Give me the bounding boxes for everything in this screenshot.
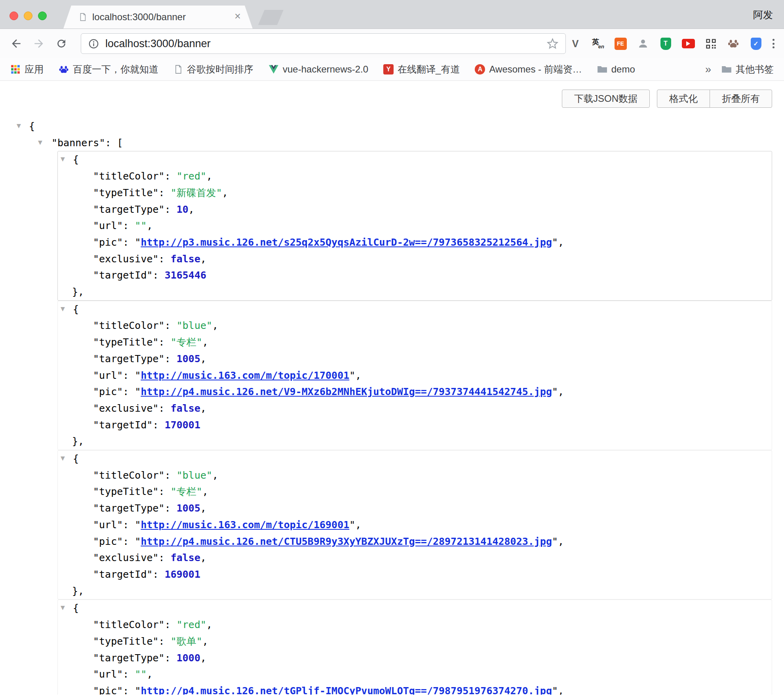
qrcode-extension-icon[interactable] bbox=[704, 37, 717, 50]
bookmark-google-sort[interactable]: 谷歌按时间排序 bbox=[173, 63, 253, 76]
forward-button[interactable] bbox=[32, 37, 46, 50]
bookmark-star-icon[interactable] bbox=[547, 38, 558, 50]
paw-icon bbox=[727, 38, 739, 50]
json-key: "titleColor" bbox=[93, 320, 165, 331]
json-line: ▼"banners": [ bbox=[0, 135, 784, 151]
json-number-value: 1005 bbox=[177, 502, 200, 514]
person-icon bbox=[637, 38, 649, 50]
translate-extension-icon[interactable]: 英 en bbox=[591, 37, 605, 50]
paw-extension-icon[interactable] bbox=[727, 37, 740, 50]
json-link[interactable]: http://music.163.com/m/topic/170001 bbox=[141, 370, 349, 381]
json-field-line: "targetType": 1000, bbox=[58, 650, 772, 666]
json-field-line: "typeTitle": "专栏", bbox=[58, 483, 772, 500]
json-key: "exclusive" bbox=[93, 253, 159, 265]
bookmark-folder-demo[interactable]: demo bbox=[597, 64, 635, 75]
youtube-play-icon bbox=[682, 39, 695, 48]
json-field-line: "targetId": 169001 bbox=[58, 566, 772, 583]
json-number-value: false bbox=[171, 403, 200, 414]
json-field-line: "url": "http://music.163.com/m/topic/170… bbox=[58, 367, 772, 384]
collapse-toggle-icon[interactable]: ▼ bbox=[61, 156, 65, 162]
json-field-line: "exclusive": false, bbox=[58, 550, 772, 566]
bookmark-baidu[interactable]: 百度一下，你就知道 bbox=[59, 63, 158, 76]
json-number-value: 1005 bbox=[177, 353, 200, 365]
json-field-line: "titleColor": "blue", bbox=[58, 467, 772, 484]
format-collapse-button-group: 格式化 折叠所有 bbox=[657, 90, 772, 108]
profile-name[interactable]: 阿发 bbox=[753, 8, 773, 21]
json-string-value: "专栏" bbox=[171, 336, 202, 348]
json-link[interactable]: http://p3.music.126.net/s25q2x5QyqsAzilC… bbox=[141, 237, 552, 248]
collapse-toggle-icon[interactable]: ▼ bbox=[38, 139, 42, 145]
json-line: ▼{ bbox=[58, 301, 772, 318]
json-key: "typeTitle" bbox=[93, 336, 159, 348]
json-key: "titleColor" bbox=[93, 170, 165, 182]
page-actions: 下载JSON数据 格式化 折叠所有 bbox=[562, 90, 772, 108]
collapse-toggle-icon[interactable]: ▼ bbox=[61, 455, 65, 461]
zoom-window-button[interactable] bbox=[38, 11, 47, 20]
json-object-box: ▼{"titleColor": "blue","typeTitle": "专栏"… bbox=[57, 301, 772, 450]
bookmark-label: 应用 bbox=[25, 63, 44, 76]
json-key: "url" bbox=[93, 668, 123, 680]
json-field-line: "titleColor": "red", bbox=[58, 617, 772, 633]
json-field-line: "pic": "http://p4.music.126.net/tGPljf-I… bbox=[58, 683, 772, 695]
address-bar[interactable]: localhost:3000/banner bbox=[81, 33, 566, 54]
back-button[interactable] bbox=[10, 37, 23, 50]
collapse-all-button[interactable]: 折叠所有 bbox=[710, 90, 772, 108]
bookmark-apps[interactable]: 应用 bbox=[10, 63, 44, 76]
json-link[interactable]: http://p4.music.126.net/tGPljf-IMOCyPvum… bbox=[141, 685, 552, 695]
youdao-icon: Y bbox=[383, 64, 394, 74]
browser-menu-button[interactable] bbox=[773, 39, 774, 48]
format-button[interactable]: 格式化 bbox=[657, 90, 710, 108]
bookmark-vue-hackernews[interactable]: vue-hackernews-2.0 bbox=[268, 64, 368, 75]
json-key: "exclusive" bbox=[93, 552, 159, 563]
close-window-button[interactable] bbox=[10, 11, 18, 20]
minimize-window-button[interactable] bbox=[24, 11, 32, 20]
folder-icon bbox=[597, 65, 607, 74]
youtube-extension-icon[interactable] bbox=[681, 37, 695, 50]
json-field-line: "url": "", bbox=[58, 666, 772, 683]
bookmarks-overflow-chevron[interactable]: » bbox=[705, 63, 711, 76]
v-extension-icon[interactable]: V bbox=[569, 37, 582, 50]
shield-check-extension-icon[interactable]: ✓ bbox=[749, 37, 763, 50]
v-letter: V bbox=[572, 38, 579, 50]
json-field-line: "titleColor": "red", bbox=[58, 168, 772, 185]
bookmark-youdao-translate[interactable]: Y 在线翻译_有道 bbox=[383, 63, 460, 76]
qrcode-icon bbox=[705, 38, 717, 50]
json-field-line: "url": "", bbox=[58, 218, 772, 234]
reload-button[interactable] bbox=[55, 37, 68, 50]
json-key: "typeTitle" bbox=[93, 636, 159, 647]
fe-extension-icon[interactable]: FE bbox=[614, 37, 627, 50]
page-info-icon[interactable] bbox=[88, 38, 99, 49]
address-input[interactable]: localhost:3000/banner bbox=[105, 38, 547, 50]
collapse-toggle-icon[interactable]: ▼ bbox=[61, 605, 65, 610]
json-string-value: "red" bbox=[177, 170, 206, 182]
download-json-button[interactable]: 下载JSON数据 bbox=[562, 90, 650, 108]
page-content: 下载JSON数据 格式化 折叠所有 ▼{▼"banners": [▼{"titl… bbox=[0, 81, 784, 695]
json-string-value: "专栏" bbox=[171, 486, 202, 497]
bookmark-label: 百度一下，你就知道 bbox=[73, 63, 158, 76]
collapse-toggle-icon[interactable]: ▼ bbox=[17, 123, 21, 128]
page-favicon-icon bbox=[78, 12, 87, 22]
fe-label: FE bbox=[615, 38, 627, 50]
new-tab-button[interactable] bbox=[258, 10, 284, 25]
people-extension-icon[interactable] bbox=[636, 37, 650, 50]
other-bookmarks-label: 其他书签 bbox=[736, 63, 774, 76]
collapse-toggle-icon[interactable]: ▼ bbox=[61, 306, 65, 311]
bookmark-awesomes[interactable]: A Awesomes - 前端资… bbox=[475, 63, 582, 76]
tab-strip: localhost:3000/banner × 阿发 bbox=[0, 0, 784, 29]
json-number-value: false bbox=[171, 552, 200, 563]
vue-logo-icon bbox=[268, 65, 279, 74]
browser-tab[interactable]: localhost:3000/banner × bbox=[63, 6, 253, 29]
json-link[interactable]: http://p4.music.126.net/CTU5B9R9y3XyYBZX… bbox=[141, 536, 552, 547]
browser-window: localhost:3000/banner × 阿发 localhost:300… bbox=[0, 0, 784, 695]
json-field-line: "typeTitle": "新碟首发", bbox=[58, 185, 772, 201]
json-link[interactable]: http://music.163.com/m/topic/169001 bbox=[141, 519, 349, 531]
json-line: ▼{ bbox=[58, 600, 772, 617]
tab-close-icon[interactable]: × bbox=[234, 11, 241, 22]
json-object-box: ▼{"titleColor": "red","typeTitle": "新碟首发… bbox=[57, 151, 772, 300]
shield-t-extension-icon[interactable]: T bbox=[659, 37, 672, 50]
json-link[interactable]: http://p4.music.126.net/V9-MXz6b2MNhEKju… bbox=[141, 386, 552, 397]
json-string-value: "新碟首发" bbox=[171, 187, 222, 199]
awesomes-icon: A bbox=[475, 64, 485, 74]
forward-arrow-icon bbox=[32, 37, 45, 50]
other-bookmarks-folder[interactable]: 其他书签 bbox=[721, 63, 774, 76]
